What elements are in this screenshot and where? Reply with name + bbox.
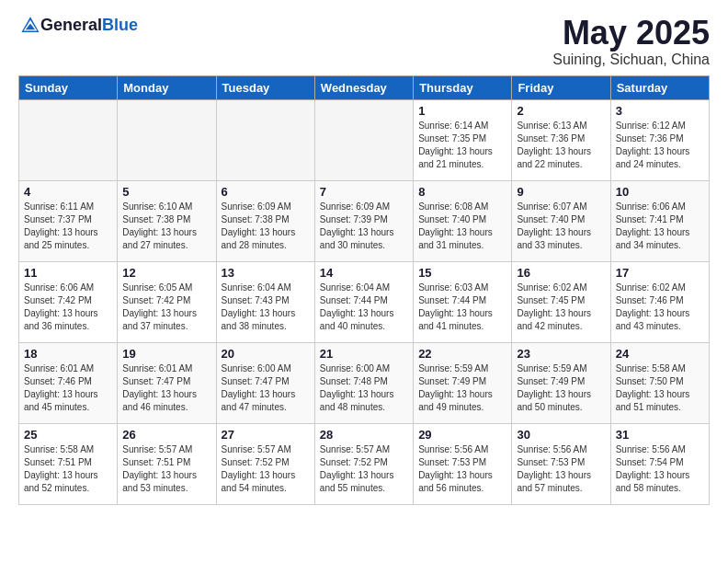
day-number: 16 xyxy=(517,266,605,280)
cell-info: Sunrise: 6:07 AM Sunset: 7:40 PM Dayligh… xyxy=(517,201,605,252)
calendar-cell: 17Sunrise: 6:02 AM Sunset: 7:46 PM Dayli… xyxy=(610,261,709,342)
day-number: 25 xyxy=(24,428,112,442)
calendar-cell: 7Sunrise: 6:09 AM Sunset: 7:39 PM Daylig… xyxy=(314,180,413,261)
day-number: 10 xyxy=(616,185,704,199)
calendar-cell: 27Sunrise: 5:57 AM Sunset: 7:52 PM Dayli… xyxy=(216,423,314,504)
day-number: 23 xyxy=(517,347,605,361)
day-number: 24 xyxy=(616,347,704,361)
cell-info: Sunrise: 6:06 AM Sunset: 7:42 PM Dayligh… xyxy=(24,282,112,333)
weekday-header-row: SundayMondayTuesdayWednesdayThursdayFrid… xyxy=(19,75,710,99)
day-number: 18 xyxy=(24,347,112,361)
day-number: 12 xyxy=(122,266,210,280)
weekday-header-monday: Monday xyxy=(118,75,216,99)
calendar-cell: 5Sunrise: 6:10 AM Sunset: 7:38 PM Daylig… xyxy=(118,180,216,261)
calendar-cell: 1Sunrise: 6:14 AM Sunset: 7:35 PM Daylig… xyxy=(414,99,512,180)
calendar-cell: 8Sunrise: 6:08 AM Sunset: 7:40 PM Daylig… xyxy=(414,180,512,261)
cell-info: Sunrise: 5:57 AM Sunset: 7:52 PM Dayligh… xyxy=(320,443,408,495)
calendar-subtitle: Suining, Sichuan, China xyxy=(552,52,710,68)
calendar-cell xyxy=(216,99,314,180)
day-number: 21 xyxy=(320,347,408,361)
cell-info: Sunrise: 6:01 AM Sunset: 7:47 PM Dayligh… xyxy=(122,362,210,414)
cell-info: Sunrise: 6:13 AM Sunset: 7:36 PM Dayligh… xyxy=(517,120,605,171)
calendar-cell xyxy=(314,99,413,180)
day-number: 28 xyxy=(320,428,408,442)
calendar-cell: 20Sunrise: 6:00 AM Sunset: 7:47 PM Dayli… xyxy=(216,342,314,423)
day-number: 17 xyxy=(616,266,704,280)
calendar-cell: 24Sunrise: 5:58 AM Sunset: 7:50 PM Dayli… xyxy=(610,342,709,423)
calendar-cell: 3Sunrise: 6:12 AM Sunset: 7:36 PM Daylig… xyxy=(610,99,709,180)
cell-info: Sunrise: 5:56 AM Sunset: 7:54 PM Dayligh… xyxy=(616,443,704,495)
cell-info: Sunrise: 6:06 AM Sunset: 7:41 PM Dayligh… xyxy=(616,201,704,252)
day-number: 14 xyxy=(320,266,408,280)
calendar-page: GeneralBlue May 2025 Suining, Sichuan, C… xyxy=(0,0,728,520)
calendar-title: May 2025 xyxy=(552,15,710,52)
header: GeneralBlue May 2025 Suining, Sichuan, C… xyxy=(18,15,710,68)
day-number: 11 xyxy=(24,266,112,280)
day-number: 31 xyxy=(616,428,704,442)
logo-icon xyxy=(20,15,40,35)
calendar-cell: 28Sunrise: 5:57 AM Sunset: 7:52 PM Dayli… xyxy=(314,423,413,504)
day-number: 29 xyxy=(418,428,506,442)
calendar-cell: 15Sunrise: 6:03 AM Sunset: 7:44 PM Dayli… xyxy=(414,261,512,342)
cell-info: Sunrise: 6:11 AM Sunset: 7:37 PM Dayligh… xyxy=(24,201,112,252)
cell-info: Sunrise: 6:01 AM Sunset: 7:46 PM Dayligh… xyxy=(24,362,112,414)
calendar-cell: 16Sunrise: 6:02 AM Sunset: 7:45 PM Dayli… xyxy=(512,261,610,342)
cell-info: Sunrise: 6:12 AM Sunset: 7:36 PM Dayligh… xyxy=(616,120,704,171)
calendar-cell: 25Sunrise: 5:58 AM Sunset: 7:51 PM Dayli… xyxy=(19,423,118,504)
cell-info: Sunrise: 6:10 AM Sunset: 7:38 PM Dayligh… xyxy=(122,201,210,252)
cell-info: Sunrise: 5:58 AM Sunset: 7:50 PM Dayligh… xyxy=(616,362,704,414)
cell-info: Sunrise: 5:56 AM Sunset: 7:53 PM Dayligh… xyxy=(418,443,506,495)
day-number: 13 xyxy=(222,266,310,280)
calendar-cell: 30Sunrise: 5:56 AM Sunset: 7:53 PM Dayli… xyxy=(512,423,610,504)
weekday-header-tuesday: Tuesday xyxy=(216,75,314,99)
calendar-table: SundayMondayTuesdayWednesdayThursdayFrid… xyxy=(18,75,710,505)
cell-info: Sunrise: 6:08 AM Sunset: 7:40 PM Dayligh… xyxy=(418,201,506,252)
week-row-5: 25Sunrise: 5:58 AM Sunset: 7:51 PM Dayli… xyxy=(19,423,710,504)
cell-info: Sunrise: 6:04 AM Sunset: 7:44 PM Dayligh… xyxy=(320,282,408,333)
cell-info: Sunrise: 6:00 AM Sunset: 7:48 PM Dayligh… xyxy=(320,362,408,414)
day-number: 6 xyxy=(222,185,310,199)
weekday-header-saturday: Saturday xyxy=(610,75,709,99)
calendar-cell: 31Sunrise: 5:56 AM Sunset: 7:54 PM Dayli… xyxy=(610,423,709,504)
weekday-header-sunday: Sunday xyxy=(19,75,118,99)
day-number: 30 xyxy=(517,428,605,442)
logo-general: General xyxy=(40,16,102,35)
day-number: 1 xyxy=(418,104,506,118)
day-number: 4 xyxy=(24,185,112,199)
day-number: 7 xyxy=(320,185,408,199)
day-number: 9 xyxy=(517,185,605,199)
day-number: 2 xyxy=(517,104,605,118)
calendar-cell: 10Sunrise: 6:06 AM Sunset: 7:41 PM Dayli… xyxy=(610,180,709,261)
cell-info: Sunrise: 6:14 AM Sunset: 7:35 PM Dayligh… xyxy=(418,120,506,171)
weekday-header-wednesday: Wednesday xyxy=(314,75,413,99)
day-number: 19 xyxy=(122,347,210,361)
cell-info: Sunrise: 6:00 AM Sunset: 7:47 PM Dayligh… xyxy=(222,362,310,414)
cell-info: Sunrise: 6:03 AM Sunset: 7:44 PM Dayligh… xyxy=(418,282,506,333)
calendar-cell: 18Sunrise: 6:01 AM Sunset: 7:46 PM Dayli… xyxy=(19,342,118,423)
cell-info: Sunrise: 6:04 AM Sunset: 7:43 PM Dayligh… xyxy=(222,282,310,333)
day-number: 26 xyxy=(122,428,210,442)
cell-info: Sunrise: 5:59 AM Sunset: 7:49 PM Dayligh… xyxy=(517,362,605,414)
weekday-header-thursday: Thursday xyxy=(414,75,512,99)
calendar-cell: 26Sunrise: 5:57 AM Sunset: 7:51 PM Dayli… xyxy=(118,423,216,504)
logo-blue: Blue xyxy=(102,16,138,35)
calendar-cell: 23Sunrise: 5:59 AM Sunset: 7:49 PM Dayli… xyxy=(512,342,610,423)
calendar-cell: 9Sunrise: 6:07 AM Sunset: 7:40 PM Daylig… xyxy=(512,180,610,261)
calendar-cell: 4Sunrise: 6:11 AM Sunset: 7:37 PM Daylig… xyxy=(19,180,118,261)
week-row-3: 11Sunrise: 6:06 AM Sunset: 7:42 PM Dayli… xyxy=(19,261,710,342)
weekday-header-friday: Friday xyxy=(512,75,610,99)
cell-info: Sunrise: 5:57 AM Sunset: 7:51 PM Dayligh… xyxy=(122,443,210,495)
day-number: 15 xyxy=(418,266,506,280)
calendar-cell: 11Sunrise: 6:06 AM Sunset: 7:42 PM Dayli… xyxy=(19,261,118,342)
calendar-cell: 2Sunrise: 6:13 AM Sunset: 7:36 PM Daylig… xyxy=(512,99,610,180)
cell-info: Sunrise: 6:09 AM Sunset: 7:38 PM Dayligh… xyxy=(222,201,310,252)
calendar-cell: 13Sunrise: 6:04 AM Sunset: 7:43 PM Dayli… xyxy=(216,261,314,342)
calendar-cell: 22Sunrise: 5:59 AM Sunset: 7:49 PM Dayli… xyxy=(414,342,512,423)
cell-info: Sunrise: 5:59 AM Sunset: 7:49 PM Dayligh… xyxy=(418,362,506,414)
cell-info: Sunrise: 6:02 AM Sunset: 7:45 PM Dayligh… xyxy=(517,282,605,333)
week-row-2: 4Sunrise: 6:11 AM Sunset: 7:37 PM Daylig… xyxy=(19,180,710,261)
calendar-cell xyxy=(19,99,118,180)
day-number: 5 xyxy=(122,185,210,199)
day-number: 8 xyxy=(418,185,506,199)
cell-info: Sunrise: 6:09 AM Sunset: 7:39 PM Dayligh… xyxy=(320,201,408,252)
